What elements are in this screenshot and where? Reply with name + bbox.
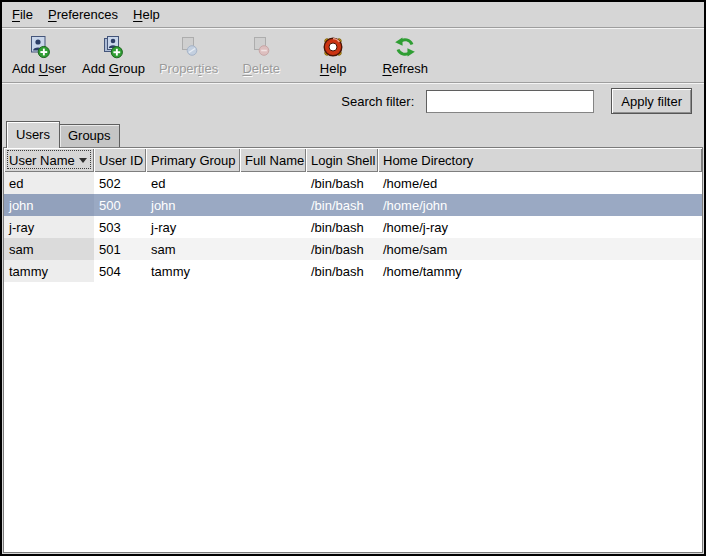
add-user-label: Add User <box>12 61 66 76</box>
help-button[interactable]: Help <box>302 34 364 77</box>
add-group-icon <box>101 35 125 59</box>
table-row-ed[interactable]: ed 502 ed /bin/bash /home/ed <box>4 172 702 194</box>
properties-label: Properties <box>159 61 218 76</box>
menu-file[interactable]: File <box>6 4 39 25</box>
table-header: User Name User ID Primary Group Full Nam… <box>4 148 702 172</box>
properties-button: Properties <box>157 34 220 77</box>
menubar: File Preferences Help <box>2 2 704 27</box>
table-row-john-selected[interactable]: john 500 john /bin/bash /home/john <box>4 194 702 216</box>
table-row-j-ray[interactable]: j-ray 503 j-ray /bin/bash /home/j-ray <box>4 216 702 238</box>
search-filter-input[interactable] <box>426 90 594 113</box>
table-row-tammy[interactable]: tammy 504 tammy /bin/bash /home/tammy <box>4 260 702 282</box>
menu-preferences[interactable]: Preferences <box>42 4 124 25</box>
search-filter-row: Search filter: Apply filter <box>2 84 704 118</box>
apply-filter-button[interactable]: Apply filter <box>611 88 692 114</box>
add-user-icon <box>27 35 51 59</box>
column-header-user-id[interactable]: User ID <box>94 148 146 172</box>
user-manager-window: File Preferences Help Add User <box>0 0 706 556</box>
table-row-sam[interactable]: sam 501 sam /bin/bash /home/sam <box>4 238 702 260</box>
column-header-login-shell[interactable]: Login Shell <box>306 148 378 172</box>
refresh-button[interactable]: Refresh <box>374 34 436 77</box>
search-filter-label: Search filter: <box>341 94 414 109</box>
add-user-button[interactable]: Add User <box>8 34 70 77</box>
delete-button: Delete <box>230 34 292 77</box>
delete-label: Delete <box>242 61 280 76</box>
add-group-button[interactable]: Add Group <box>80 34 147 77</box>
column-header-primary-group[interactable]: Primary Group <box>146 148 240 172</box>
help-icon <box>321 35 345 59</box>
column-header-full-name[interactable]: Full Name <box>240 148 306 172</box>
tab-users[interactable]: Users <box>6 121 60 148</box>
refresh-label: Refresh <box>382 61 428 76</box>
tab-groups[interactable]: Groups <box>59 124 120 147</box>
notebook-tabs: Users Groups <box>2 118 704 147</box>
column-header-user-name[interactable]: User Name <box>4 148 94 172</box>
users-table: User Name User ID Primary Group Full Nam… <box>3 147 703 553</box>
properties-icon <box>177 35 201 59</box>
add-group-label: Add Group <box>82 61 145 76</box>
refresh-icon <box>393 35 417 59</box>
help-label: Help <box>320 61 347 76</box>
menu-help[interactable]: Help <box>127 4 166 25</box>
sort-down-icon <box>79 158 87 163</box>
toolbar: Add User Add Group <box>2 29 704 82</box>
table-body: ed 502 ed /bin/bash /home/ed john 500 jo… <box>4 172 702 552</box>
delete-icon <box>249 35 273 59</box>
column-header-home-directory[interactable]: Home Directory <box>378 148 702 172</box>
